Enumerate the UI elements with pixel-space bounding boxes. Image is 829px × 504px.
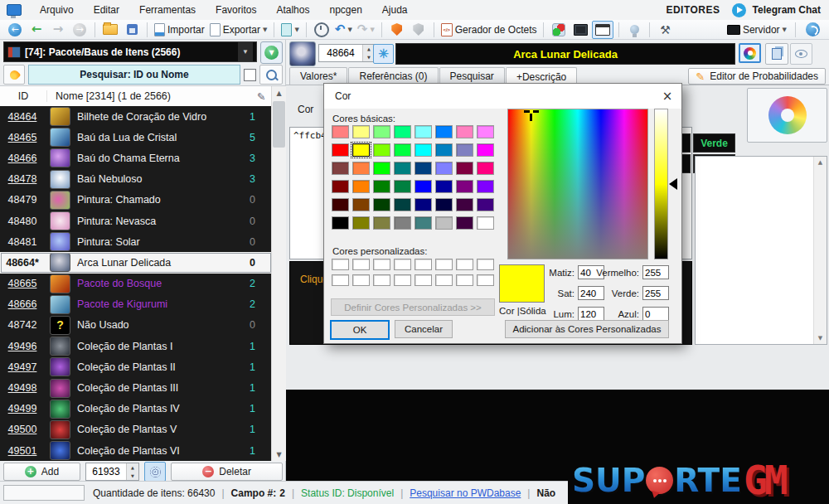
- luminance-slider[interactable]: [654, 109, 668, 259]
- menu-item[interactable]: Editar: [84, 1, 129, 19]
- item-id[interactable]: 48480: [0, 216, 45, 227]
- export-list-button[interactable]: ▼: [260, 41, 283, 64]
- nav-back-circle-button[interactable]: ←: [5, 22, 25, 38]
- item-name[interactable]: Pintura: Solar: [77, 236, 234, 248]
- undo-button[interactable]: ↶▼: [333, 22, 354, 38]
- color-swatch[interactable]: [373, 180, 390, 193]
- color-swatch[interactable]: [332, 125, 349, 138]
- color-swatch[interactable]: [456, 125, 473, 138]
- color-swatch[interactable]: [352, 125, 370, 138]
- item-id[interactable]: 48479: [0, 194, 45, 206]
- color-swatch[interactable]: [394, 198, 411, 211]
- protect-on-button[interactable]: [387, 22, 407, 38]
- table-row[interactable]: 48478 Baú Nebuloso 3: [0, 169, 272, 190]
- refresh-button[interactable]: [802, 22, 822, 38]
- color-swatch[interactable]: [373, 162, 390, 175]
- color-swatch[interactable]: [332, 143, 349, 157]
- detail-tab[interactable]: Pesquisar: [439, 67, 505, 85]
- table-row[interactable]: 49497 Coleção de Plantas II 1: [0, 356, 272, 377]
- scroll-up-icon[interactable]: ▲: [814, 157, 827, 168]
- custom-color-swatch[interactable]: [414, 259, 432, 270]
- telegram-chat-link[interactable]: Telegram Chat: [753, 4, 821, 16]
- item-id[interactable]: 48664*: [0, 257, 45, 269]
- color-swatch[interactable]: [394, 216, 411, 230]
- ok-button[interactable]: OK: [330, 320, 390, 340]
- color-swatch[interactable]: [435, 125, 453, 138]
- custom-color-swatch[interactable]: [352, 274, 370, 286]
- new-id-input[interactable]: [86, 463, 126, 480]
- menu-item[interactable]: npcgen: [319, 1, 371, 19]
- table-row[interactable]: 48464 Bilhete de Coração de Vidro 1: [0, 106, 272, 127]
- color-swatch[interactable]: [352, 162, 370, 175]
- custom-color-swatch[interactable]: [435, 274, 453, 286]
- luminance-slider-handle[interactable]: [669, 178, 677, 190]
- item-name[interactable]: Baú da Lua de Cristal: [77, 132, 234, 143]
- description-scrollbar[interactable]: ▲ ▼: [813, 157, 827, 344]
- item-id[interactable]: 49499: [0, 403, 45, 414]
- item-name[interactable]: Pacote de Kigurumi: [77, 298, 234, 310]
- item-name[interactable]: Pintura: Nevasca: [77, 216, 234, 227]
- table-row[interactable]: 49500 Coleção de Plantas V 1: [0, 419, 272, 440]
- color-swatch[interactable]: [414, 198, 432, 211]
- color-swatch[interactable]: [394, 125, 411, 138]
- color-swatch[interactable]: [435, 162, 453, 175]
- item-name[interactable]: Coleção de Plantas III: [77, 382, 234, 394]
- color-swatch[interactable]: [477, 162, 494, 175]
- custom-color-swatch[interactable]: [332, 274, 349, 286]
- color-swatch[interactable]: [373, 216, 390, 230]
- preview-button[interactable]: [790, 43, 812, 65]
- probability-editor-button[interactable]: ✎Editor de Probabilidades: [688, 68, 826, 85]
- custom-color-swatch[interactable]: [332, 259, 349, 270]
- color-swatch[interactable]: [477, 125, 494, 138]
- color-swatch[interactable]: [414, 143, 432, 157]
- tips-button[interactable]: [624, 22, 644, 38]
- color-swatch[interactable]: [414, 125, 432, 138]
- table-row[interactable]: 49498 Coleção de Plantas III 1: [0, 377, 272, 398]
- menu-item[interactable]: Arquivo: [30, 1, 84, 19]
- item-image-button[interactable]: [289, 41, 316, 66]
- color-swatch[interactable]: [373, 143, 390, 157]
- color-swatch[interactable]: [456, 180, 473, 193]
- color-swatch[interactable]: [456, 198, 473, 211]
- item-id[interactable]: 48466: [0, 153, 45, 164]
- custom-color-swatch[interactable]: [394, 259, 411, 270]
- list-scrollbar[interactable]: ▲ ▼: [271, 86, 286, 461]
- protect-off-button[interactable]: [409, 22, 429, 38]
- custom-color-swatch[interactable]: [352, 259, 370, 270]
- item-id-stepper[interactable]: ▲▼: [318, 44, 376, 62]
- custom-color-swatch[interactable]: [373, 274, 390, 286]
- color-swatch[interactable]: [394, 162, 411, 175]
- add-to-custom-colors-button[interactable]: Adicionar às Cores Personalizadas: [505, 320, 669, 338]
- exact-match-checkbox[interactable]: [244, 69, 256, 81]
- column-header-name[interactable]: Nome [2314] (1 de 2566): [47, 90, 250, 102]
- color-swatch[interactable]: [435, 143, 453, 157]
- octet-generator-button[interactable]: </>Gerador de Octets: [439, 22, 539, 38]
- category-dropdown[interactable]: [74]: Pacote/Baus de Itens (2566) ▼: [3, 41, 257, 62]
- column-header-id[interactable]: ID: [0, 90, 47, 102]
- color-swatch[interactable]: [414, 216, 432, 230]
- color-swatch[interactable]: [352, 216, 370, 230]
- color-swatch[interactable]: [435, 216, 453, 230]
- item-name[interactable]: Não Usado: [77, 319, 234, 331]
- color-swatch[interactable]: [373, 125, 390, 138]
- item-id[interactable]: 49501: [0, 445, 45, 457]
- delete-button[interactable]: −Deletar: [171, 463, 283, 481]
- settings-tools-button[interactable]: ⚒: [655, 22, 675, 38]
- color-swatch[interactable]: [477, 216, 494, 230]
- color-swatch[interactable]: [456, 143, 473, 157]
- item-name[interactable]: Pintura: Chamado: [77, 194, 234, 206]
- custom-color-swatch[interactable]: [373, 259, 390, 270]
- menu-item[interactable]: Atalhos: [266, 1, 319, 19]
- new-id-stepper[interactable]: ▲▼: [85, 463, 139, 481]
- spectrum-marker[interactable]: [530, 114, 532, 121]
- table-row[interactable]: 48742 ? Não Usado 0: [0, 315, 272, 336]
- item-id[interactable]: 48666: [0, 298, 45, 310]
- item-name[interactable]: Coleção de Plantas IV: [77, 403, 234, 414]
- blue-input[interactable]: [642, 307, 669, 321]
- color-swatch[interactable]: [352, 143, 370, 157]
- nav-back-button[interactable]: ←: [27, 22, 46, 38]
- item-name[interactable]: Baú Nebuloso: [77, 173, 234, 185]
- color-spectrum[interactable]: [507, 109, 648, 259]
- effects-button[interactable]: ✳: [373, 44, 394, 64]
- color-swatch[interactable]: [456, 162, 473, 175]
